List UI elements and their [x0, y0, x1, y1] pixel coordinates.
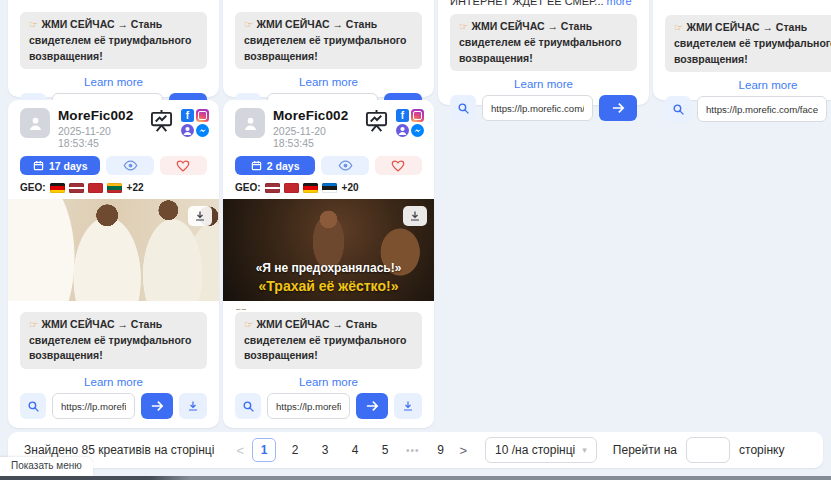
download-creative-button[interactable] [403, 206, 427, 226]
image-overlay-text-1: «Я не предохранялась!» [223, 261, 434, 275]
cta-text: ЖМИ СЕЙЧАС → Стань свидетелем её триумфа… [244, 318, 407, 362]
open-link-button[interactable] [141, 393, 173, 419]
instagram-icon [411, 109, 424, 122]
advertiser-name: MoreFic002 [58, 108, 141, 123]
creative-datetime: 2025-11-20 18:53:45 [58, 125, 141, 149]
next-page-button[interactable]: > [456, 443, 472, 458]
search-button[interactable] [450, 95, 476, 121]
pointing-hand-icon [244, 318, 256, 330]
arrow-right-icon [365, 400, 379, 412]
geo-flag [284, 183, 299, 193]
clipped-description: ИНТЕРНЕТ ЖДЁТ ЕЁ СМЕР... more [450, 0, 637, 10]
platform-icons [396, 109, 424, 137]
landing-url-input[interactable] [482, 95, 593, 121]
search-icon [672, 103, 685, 116]
geo-flag [265, 183, 280, 193]
favorite-button[interactable] [375, 156, 422, 175]
download-button[interactable] [394, 393, 422, 419]
book-icon [235, 309, 247, 310]
landing-url-input[interactable] [267, 393, 350, 419]
page-button-2[interactable]: 2 [287, 443, 303, 457]
goto-page-input[interactable] [686, 437, 730, 463]
open-link-button[interactable] [599, 95, 637, 121]
facebook-icon [396, 109, 409, 122]
page-size-select[interactable]: 10 /на сторінці ▾ [485, 437, 597, 463]
landing-url-input[interactable] [52, 393, 135, 419]
learn-more-link[interactable]: Learn more [8, 376, 219, 388]
clipped-description-text: ИНТЕРНЕТ ЖДЁТ ЕЁ СМЕР... [450, 0, 607, 7]
creative-description: ⚡ 3 ГОДА УХАЖИВАЛА ЗА МУЖЕМ-ВЕГЕТАТИВЦЕМ… [8, 301, 219, 310]
cta-box: ЖМИ СЕЙЧАС → Стань свидетелем её триумфа… [235, 312, 422, 369]
days-active-button[interactable]: 2 days [235, 156, 315, 175]
learn-more-link[interactable]: Learn more [223, 376, 434, 388]
landing-url-input[interactable] [697, 96, 827, 122]
geo-more-count[interactable]: +20 [342, 182, 359, 193]
learn-more-link[interactable]: Learn more [450, 78, 637, 90]
cta-box: ЖМИ СЕЙЧАС → Стань свидетелем её триумфа… [665, 15, 831, 72]
views-button[interactable] [321, 156, 368, 175]
cta-text: ЖМИ СЕЙЧАС → Стань свидетелем её триумфа… [29, 18, 192, 62]
learn-more-link[interactable]: Learn more [665, 79, 831, 91]
creative-image[interactable] [8, 199, 219, 301]
messenger-icon [196, 124, 209, 137]
goto-label: Перейти на [613, 443, 677, 457]
stats-board-icon[interactable] [364, 109, 389, 132]
search-icon [27, 400, 40, 413]
geo-flag [69, 183, 84, 193]
open-link-button[interactable] [356, 393, 388, 419]
image-overlay-text-2: «Трахай её жёстко!» [223, 278, 434, 294]
views-button[interactable] [106, 156, 153, 175]
geo-more-count[interactable]: +22 [127, 182, 144, 193]
search-icon [242, 400, 255, 413]
show-menu-button[interactable]: Показать меню [0, 457, 93, 476]
geo-label: GEO: [20, 182, 46, 193]
creative-description: ⚡ Сводная сестра украла её заслуги и при… [223, 301, 434, 310]
calendar-icon [33, 160, 44, 171]
geo-flag [107, 183, 122, 193]
profile-icon [181, 124, 194, 137]
learn-more-link[interactable]: Learn more [20, 76, 207, 88]
page-button-9[interactable]: 9 [433, 443, 449, 457]
geo-flag [50, 183, 65, 193]
profile-icon [396, 124, 409, 137]
page-button-5[interactable]: 5 [377, 443, 393, 457]
download-icon [194, 210, 206, 222]
creative-card-partial: ЖМИ СЕЙЧАС → Стань свидетелем её триумфа… [653, 0, 831, 100]
geo-flag [322, 183, 337, 193]
platform-icons [181, 109, 209, 137]
calendar-icon [251, 160, 262, 171]
avatar [235, 108, 265, 138]
geo-flag [88, 183, 103, 193]
days-active-button[interactable]: 17 days [20, 156, 100, 175]
chevron-down-icon: ▾ [582, 445, 587, 455]
pointing-hand-icon [29, 18, 41, 30]
messenger-icon [411, 124, 424, 137]
pointing-hand-icon [29, 318, 41, 330]
avatar [20, 108, 50, 138]
favorite-button[interactable] [160, 156, 207, 175]
cta-box: ЖМИ СЕЙЧАС → Стань свидетелем её триумфа… [20, 312, 207, 369]
more-link[interactable]: more [607, 0, 632, 7]
advertiser-name: MoreFic002 [273, 108, 356, 123]
eye-icon [338, 160, 353, 171]
facebook-icon [181, 109, 194, 122]
stats-board-icon[interactable] [149, 109, 174, 132]
page-button-1[interactable]: 1 [252, 438, 276, 462]
bottom-divider [0, 476, 831, 480]
page-button-3[interactable]: 3 [317, 443, 333, 457]
download-creative-button[interactable] [188, 206, 212, 226]
search-button[interactable] [665, 96, 691, 122]
pagination-ellipsis[interactable]: ••• [406, 445, 420, 456]
search-button[interactable] [235, 393, 261, 419]
results-summary: Знайдено 85 креативів на сторінці [24, 443, 214, 457]
heart-icon [391, 160, 405, 172]
cta-box: ЖМИ СЕЙЧАС → Стань свидетелем её триумфа… [450, 14, 637, 71]
arrow-right-icon [150, 400, 164, 412]
learn-more-link[interactable]: Learn more [235, 76, 422, 88]
prev-page-button[interactable]: < [232, 443, 248, 458]
search-button[interactable] [20, 393, 46, 419]
download-button[interactable] [179, 393, 207, 419]
creative-image[interactable]: «Я не предохранялась!» «Трахай её жёстко… [223, 199, 434, 301]
page-button-4[interactable]: 4 [347, 443, 363, 457]
download-icon [187, 400, 199, 412]
